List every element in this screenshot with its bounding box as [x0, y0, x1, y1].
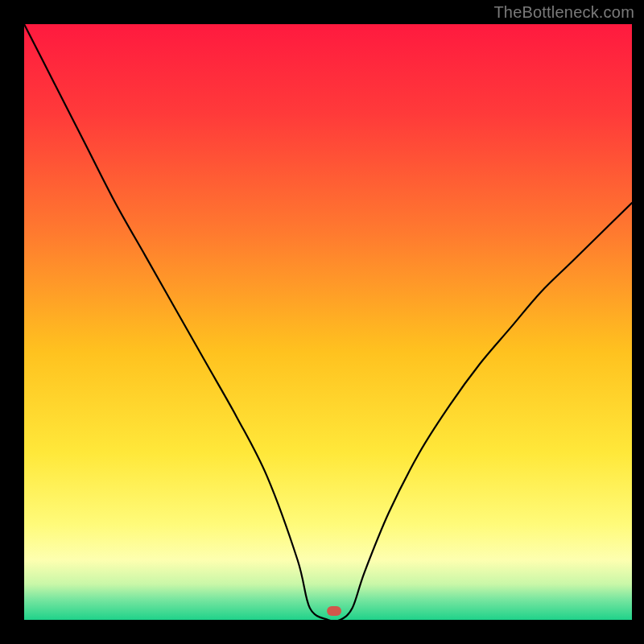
chart-frame: TheBottleneck.com: [0, 0, 644, 644]
plot-background: [24, 24, 632, 620]
bottleneck-chart: [0, 0, 644, 644]
watermark-text: TheBottleneck.com: [493, 3, 634, 22]
optimum-marker: [327, 606, 341, 616]
